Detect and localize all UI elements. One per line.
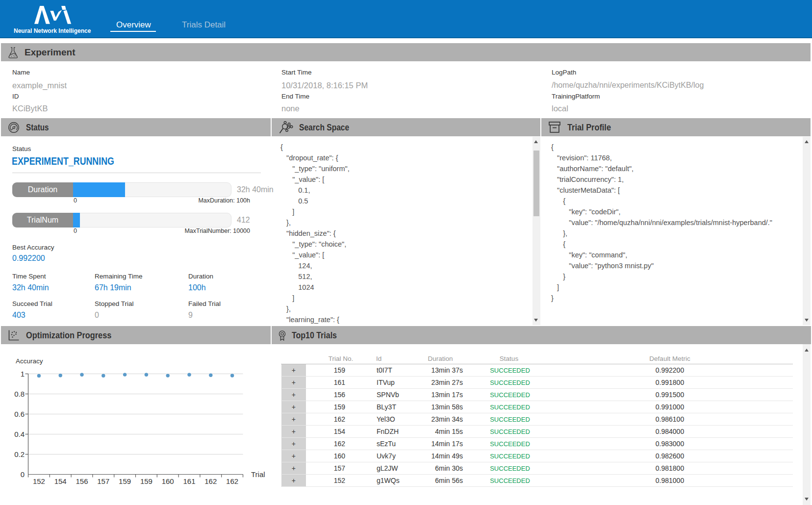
svg-text:1: 1 <box>21 370 25 378</box>
svg-text:157: 157 <box>97 477 109 485</box>
svg-text:154: 154 <box>54 477 67 485</box>
svg-text:0.8: 0.8 <box>14 390 25 398</box>
svg-text:0.6: 0.6 <box>14 410 25 418</box>
svg-text:156: 156 <box>76 477 88 485</box>
svg-text:161: 161 <box>183 477 195 485</box>
svg-text:159: 159 <box>140 477 152 485</box>
svg-text:Accuracy: Accuracy <box>16 357 43 365</box>
svg-text:Trial: Trial <box>251 470 265 479</box>
svg-text:159: 159 <box>119 477 131 485</box>
svg-text:152: 152 <box>33 477 45 485</box>
svg-text:0.4: 0.4 <box>14 430 25 438</box>
svg-text:0: 0 <box>21 470 25 479</box>
svg-text:160: 160 <box>162 477 174 485</box>
svg-text:0.2: 0.2 <box>14 450 25 458</box>
svg-text:162: 162 <box>226 477 238 485</box>
svg-text:162: 162 <box>204 477 217 485</box>
